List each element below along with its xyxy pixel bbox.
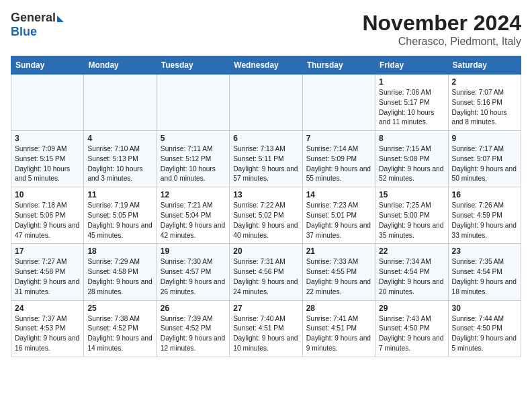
day-number: 1 [379,77,444,87]
day-info: Sunrise: 7:17 AM Sunset: 5:07 PM Dayligh… [452,144,517,184]
day-info: Sunrise: 7:22 AM Sunset: 5:02 PM Dayligh… [233,201,298,240]
calendar-cell: 26Sunrise: 7:39 AM Sunset: 4:52 PM Dayli… [157,300,229,357]
calendar-cell: 6Sunrise: 7:13 AM Sunset: 5:11 PM Daylig… [230,131,302,187]
calendar-cell: 1Sunrise: 7:06 AM Sunset: 5:17 PM Daylig… [375,75,448,131]
calendar-cell: 8Sunrise: 7:15 AM Sunset: 5:08 PM Daylig… [375,131,448,187]
logo: General Blue [11,11,64,39]
day-number: 16 [452,190,517,199]
calendar-cell: 14Sunrise: 7:23 AM Sunset: 5:01 PM Dayli… [302,187,375,244]
calendar-cell: 17Sunrise: 7:27 AM Sunset: 4:58 PM Dayli… [11,244,84,300]
day-number: 29 [379,304,444,313]
day-info: Sunrise: 7:06 AM Sunset: 5:17 PM Dayligh… [379,88,444,128]
calendar-cell: 4Sunrise: 7:10 AM Sunset: 5:13 PM Daylig… [84,131,157,187]
day-info: Sunrise: 7:44 AM Sunset: 4:50 PM Dayligh… [452,314,517,354]
calendar-cell: 15Sunrise: 7:25 AM Sunset: 5:00 PM Dayli… [375,187,448,244]
calendar-cell [157,75,229,131]
day-info: Sunrise: 7:19 AM Sunset: 5:05 PM Dayligh… [87,201,152,240]
day-info: Sunrise: 7:21 AM Sunset: 5:04 PM Dayligh… [161,201,226,240]
calendar-cell: 21Sunrise: 7:33 AM Sunset: 4:55 PM Dayli… [302,244,375,300]
day-number: 18 [87,246,152,256]
calendar-body: 1Sunrise: 7:06 AM Sunset: 5:17 PM Daylig… [11,75,521,357]
title-block: November 2024 Cherasco, Piedmont, Italy [362,11,521,48]
calendar-cell: 7Sunrise: 7:14 AM Sunset: 5:09 PM Daylig… [302,131,375,187]
day-number: 10 [15,190,80,199]
calendar-table: SundayMondayTuesdayWednesdayThursdayFrid… [11,56,521,357]
day-number: 3 [15,134,80,143]
day-number: 12 [161,190,226,199]
day-number: 8 [379,134,444,143]
calendar-subtitle: Cherasco, Piedmont, Italy [362,36,521,48]
header-day: Saturday [448,56,521,75]
calendar-cell: 3Sunrise: 7:09 AM Sunset: 5:15 PM Daylig… [11,131,84,187]
calendar-cell: 25Sunrise: 7:38 AM Sunset: 4:52 PM Dayli… [84,300,157,357]
calendar-cell: 29Sunrise: 7:43 AM Sunset: 4:50 PM Dayli… [375,300,448,357]
calendar-cell: 19Sunrise: 7:30 AM Sunset: 4:57 PM Dayli… [157,244,229,300]
calendar-cell: 23Sunrise: 7:35 AM Sunset: 4:54 PM Dayli… [448,244,521,300]
calendar-week-row: 24Sunrise: 7:37 AM Sunset: 4:53 PM Dayli… [11,300,521,357]
day-info: Sunrise: 7:18 AM Sunset: 5:06 PM Dayligh… [15,201,80,240]
header-day: Tuesday [157,56,229,75]
day-number: 25 [87,304,152,313]
calendar-week-row: 10Sunrise: 7:18 AM Sunset: 5:06 PM Dayli… [11,187,521,244]
header-day: Friday [375,56,448,75]
calendar-week-row: 1Sunrise: 7:06 AM Sunset: 5:17 PM Daylig… [11,75,521,131]
day-info: Sunrise: 7:15 AM Sunset: 5:08 PM Dayligh… [379,144,444,184]
calendar-cell: 28Sunrise: 7:41 AM Sunset: 4:51 PM Dayli… [302,300,375,357]
calendar-cell: 12Sunrise: 7:21 AM Sunset: 5:04 PM Dayli… [157,187,229,244]
day-info: Sunrise: 7:14 AM Sunset: 5:09 PM Dayligh… [306,144,371,184]
calendar-title: November 2024 [362,11,521,36]
day-info: Sunrise: 7:41 AM Sunset: 4:51 PM Dayligh… [306,314,371,354]
day-info: Sunrise: 7:25 AM Sunset: 5:00 PM Dayligh… [379,201,444,240]
day-number: 13 [233,190,298,199]
day-number: 27 [233,304,298,313]
calendar-cell [302,75,375,131]
header-day: Thursday [302,56,375,75]
day-info: Sunrise: 7:13 AM Sunset: 5:11 PM Dayligh… [233,144,298,184]
day-info: Sunrise: 7:38 AM Sunset: 4:52 PM Dayligh… [87,314,152,354]
calendar-header: SundayMondayTuesdayWednesdayThursdayFrid… [11,56,521,75]
calendar-cell: 27Sunrise: 7:40 AM Sunset: 4:51 PM Dayli… [230,300,302,357]
day-number: 19 [161,246,226,256]
day-number: 7 [306,134,371,143]
day-info: Sunrise: 7:43 AM Sunset: 4:50 PM Dayligh… [379,314,444,354]
day-number: 17 [15,246,80,256]
calendar-week-row: 3Sunrise: 7:09 AM Sunset: 5:15 PM Daylig… [11,131,521,187]
day-info: Sunrise: 7:33 AM Sunset: 4:55 PM Dayligh… [306,257,371,297]
day-info: Sunrise: 7:37 AM Sunset: 4:53 PM Dayligh… [15,314,80,354]
calendar-cell: 11Sunrise: 7:19 AM Sunset: 5:05 PM Dayli… [84,187,157,244]
day-info: Sunrise: 7:23 AM Sunset: 5:01 PM Dayligh… [306,201,371,240]
calendar-cell [84,75,157,131]
calendar-week-row: 17Sunrise: 7:27 AM Sunset: 4:58 PM Dayli… [11,244,521,300]
day-info: Sunrise: 7:30 AM Sunset: 4:57 PM Dayligh… [161,257,226,297]
day-number: 30 [452,304,517,313]
day-info: Sunrise: 7:27 AM Sunset: 4:58 PM Dayligh… [15,257,80,297]
day-number: 28 [306,304,371,313]
logo-triangle-icon [57,15,64,22]
day-info: Sunrise: 7:09 AM Sunset: 5:15 PM Dayligh… [15,144,80,184]
calendar-cell: 13Sunrise: 7:22 AM Sunset: 5:02 PM Dayli… [230,187,302,244]
page-header: General Blue November 2024 Cherasco, Pie… [11,11,521,48]
day-number: 22 [379,246,444,256]
day-info: Sunrise: 7:29 AM Sunset: 4:58 PM Dayligh… [87,257,152,297]
calendar-cell [230,75,302,131]
day-info: Sunrise: 7:26 AM Sunset: 4:59 PM Dayligh… [452,201,517,240]
day-number: 5 [161,134,226,143]
calendar-cell: 22Sunrise: 7:34 AM Sunset: 4:54 PM Dayli… [375,244,448,300]
calendar-cell: 9Sunrise: 7:17 AM Sunset: 5:07 PM Daylig… [448,131,521,187]
day-info: Sunrise: 7:40 AM Sunset: 4:51 PM Dayligh… [233,314,298,354]
calendar-cell: 2Sunrise: 7:07 AM Sunset: 5:16 PM Daylig… [448,75,521,131]
day-number: 9 [452,134,517,143]
calendar-cell: 5Sunrise: 7:11 AM Sunset: 5:12 PM Daylig… [157,131,229,187]
calendar-cell: 18Sunrise: 7:29 AM Sunset: 4:58 PM Dayli… [84,244,157,300]
day-number: 15 [379,190,444,199]
calendar-cell: 30Sunrise: 7:44 AM Sunset: 4:50 PM Dayli… [448,300,521,357]
calendar-cell: 10Sunrise: 7:18 AM Sunset: 5:06 PM Dayli… [11,187,84,244]
day-number: 6 [233,134,298,143]
day-number: 21 [306,246,371,256]
day-info: Sunrise: 7:07 AM Sunset: 5:16 PM Dayligh… [452,88,517,128]
logo-blue-text: Blue [11,25,37,39]
calendar-cell: 24Sunrise: 7:37 AM Sunset: 4:53 PM Dayli… [11,300,84,357]
calendar-cell: 20Sunrise: 7:31 AM Sunset: 4:56 PM Dayli… [230,244,302,300]
day-number: 26 [161,304,226,313]
day-info: Sunrise: 7:31 AM Sunset: 4:56 PM Dayligh… [233,257,298,297]
